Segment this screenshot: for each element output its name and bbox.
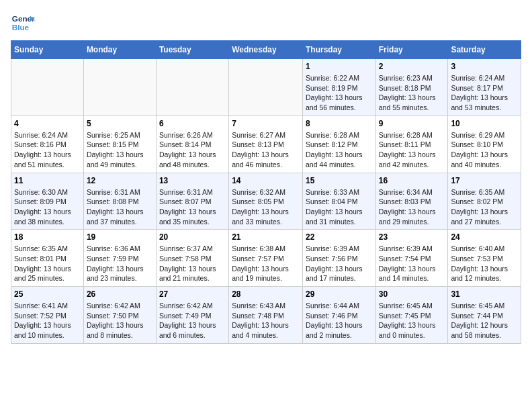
svg-text:Blue: Blue: [12, 23, 30, 32]
day-number: 6: [159, 119, 226, 128]
calendar-cell: 27Sunrise: 6:42 AM Sunset: 7:49 PM Dayli…: [156, 287, 228, 344]
day-number: 2: [379, 62, 445, 71]
day-info: Sunrise: 6:24 AM Sunset: 8:16 PM Dayligh…: [14, 130, 81, 170]
day-info: Sunrise: 6:26 AM Sunset: 8:14 PM Dayligh…: [159, 130, 226, 170]
day-number: 18: [14, 232, 81, 242]
weekday-header: Wednesday: [229, 41, 303, 59]
day-number: 9: [379, 119, 445, 128]
day-info: Sunrise: 6:23 AM Sunset: 8:18 PM Dayligh…: [379, 73, 445, 113]
day-number: 30: [379, 289, 445, 299]
calendar-cell: 28Sunrise: 6:43 AM Sunset: 7:48 PM Dayli…: [229, 287, 303, 344]
day-info: Sunrise: 6:30 AM Sunset: 8:09 PM Dayligh…: [14, 187, 81, 227]
calendar-cell: 7Sunrise: 6:27 AM Sunset: 8:13 PM Daylig…: [229, 116, 303, 173]
day-number: 13: [159, 176, 226, 185]
calendar-cell: 24Sunrise: 6:40 AM Sunset: 7:53 PM Dayli…: [448, 230, 521, 287]
day-number: 8: [306, 119, 373, 128]
calendar-week-row: 25Sunrise: 6:41 AM Sunset: 7:52 PM Dayli…: [11, 287, 521, 344]
calendar-cell: 31Sunrise: 6:45 AM Sunset: 7:44 PM Dayli…: [448, 287, 521, 344]
day-info: Sunrise: 6:35 AM Sunset: 8:01 PM Dayligh…: [14, 244, 81, 283]
day-info: Sunrise: 6:31 AM Sunset: 8:08 PM Dayligh…: [87, 187, 153, 227]
calendar-cell: [156, 59, 228, 116]
day-info: Sunrise: 6:38 AM Sunset: 7:57 PM Dayligh…: [232, 244, 300, 283]
day-info: Sunrise: 6:35 AM Sunset: 8:02 PM Dayligh…: [451, 187, 518, 227]
day-info: Sunrise: 6:42 AM Sunset: 7:50 PM Dayligh…: [87, 301, 153, 340]
day-info: Sunrise: 6:42 AM Sunset: 7:49 PM Dayligh…: [159, 301, 226, 340]
weekday-header: Monday: [83, 41, 156, 59]
calendar-cell: 30Sunrise: 6:45 AM Sunset: 7:45 PM Dayli…: [375, 287, 448, 344]
calendar-cell: 8Sunrise: 6:28 AM Sunset: 8:12 PM Daylig…: [302, 116, 375, 173]
calendar-cell: 19Sunrise: 6:36 AM Sunset: 7:59 PM Dayli…: [83, 230, 156, 287]
day-info: Sunrise: 6:27 AM Sunset: 8:13 PM Dayligh…: [232, 130, 300, 170]
day-number: 17: [451, 176, 518, 185]
weekday-header: Friday: [375, 41, 448, 59]
day-info: Sunrise: 6:39 AM Sunset: 7:56 PM Dayligh…: [306, 244, 373, 283]
calendar-cell: 6Sunrise: 6:26 AM Sunset: 8:14 PM Daylig…: [156, 116, 228, 173]
day-number: 20: [159, 232, 226, 242]
calendar-cell: 26Sunrise: 6:42 AM Sunset: 7:50 PM Dayli…: [83, 287, 156, 344]
calendar-cell: 16Sunrise: 6:34 AM Sunset: 8:03 PM Dayli…: [375, 173, 448, 230]
calendar-cell: 9Sunrise: 6:28 AM Sunset: 8:11 PM Daylig…: [375, 116, 448, 173]
day-number: 15: [306, 176, 373, 185]
day-number: 14: [232, 176, 300, 185]
day-number: 16: [379, 176, 445, 185]
day-number: 27: [159, 289, 226, 299]
calendar-week-row: 11Sunrise: 6:30 AM Sunset: 8:09 PM Dayli…: [11, 173, 521, 230]
calendar-table: SundayMondayTuesdayWednesdayThursdayFrid…: [11, 40, 521, 344]
calendar-cell: [11, 59, 84, 116]
calendar-cell: 4Sunrise: 6:24 AM Sunset: 8:16 PM Daylig…: [11, 116, 84, 173]
calendar-cell: 17Sunrise: 6:35 AM Sunset: 8:02 PM Dayli…: [448, 173, 521, 230]
day-number: 31: [451, 289, 518, 299]
day-info: Sunrise: 6:36 AM Sunset: 7:59 PM Dayligh…: [87, 244, 153, 283]
day-number: 23: [379, 232, 445, 242]
day-number: 22: [306, 232, 373, 242]
day-number: 11: [14, 176, 81, 185]
calendar-cell: 3Sunrise: 6:24 AM Sunset: 8:17 PM Daylig…: [448, 59, 521, 116]
day-info: Sunrise: 6:39 AM Sunset: 7:54 PM Dayligh…: [379, 244, 445, 283]
day-number: 24: [451, 232, 518, 242]
day-info: Sunrise: 6:32 AM Sunset: 8:05 PM Dayligh…: [232, 187, 300, 227]
day-info: Sunrise: 6:34 AM Sunset: 8:03 PM Dayligh…: [379, 187, 445, 227]
day-number: 10: [451, 119, 518, 128]
day-number: 5: [87, 119, 153, 128]
day-number: 19: [87, 232, 153, 242]
logo-icon: General Blue: [11, 11, 35, 35]
header: General Blue: [11, 11, 521, 35]
day-info: Sunrise: 6:45 AM Sunset: 7:44 PM Dayligh…: [451, 301, 518, 340]
calendar-cell: 12Sunrise: 6:31 AM Sunset: 8:08 PM Dayli…: [83, 173, 156, 230]
day-number: 1: [306, 62, 373, 71]
weekday-header: Sunday: [11, 41, 84, 59]
day-number: 29: [306, 289, 373, 299]
day-info: Sunrise: 6:33 AM Sunset: 8:04 PM Dayligh…: [306, 187, 373, 227]
calendar-cell: 2Sunrise: 6:23 AM Sunset: 8:18 PM Daylig…: [375, 59, 448, 116]
calendar-cell: 20Sunrise: 6:37 AM Sunset: 7:58 PM Dayli…: [156, 230, 228, 287]
calendar-cell: 23Sunrise: 6:39 AM Sunset: 7:54 PM Dayli…: [375, 230, 448, 287]
day-info: Sunrise: 6:22 AM Sunset: 8:19 PM Dayligh…: [306, 73, 373, 113]
calendar-cell: 21Sunrise: 6:38 AM Sunset: 7:57 PM Dayli…: [229, 230, 303, 287]
day-info: Sunrise: 6:28 AM Sunset: 8:11 PM Dayligh…: [379, 130, 445, 170]
day-number: 26: [87, 289, 153, 299]
calendar-cell: 29Sunrise: 6:44 AM Sunset: 7:46 PM Dayli…: [302, 287, 375, 344]
logo: General Blue: [11, 11, 35, 35]
calendar-cell: 22Sunrise: 6:39 AM Sunset: 7:56 PM Dayli…: [302, 230, 375, 287]
day-number: 28: [232, 289, 300, 299]
day-info: Sunrise: 6:31 AM Sunset: 8:07 PM Dayligh…: [159, 187, 226, 227]
calendar-cell: 1Sunrise: 6:22 AM Sunset: 8:19 PM Daylig…: [302, 59, 375, 116]
day-info: Sunrise: 6:41 AM Sunset: 7:52 PM Dayligh…: [14, 301, 81, 340]
day-info: Sunrise: 6:40 AM Sunset: 7:53 PM Dayligh…: [451, 244, 518, 283]
day-info: Sunrise: 6:43 AM Sunset: 7:48 PM Dayligh…: [232, 301, 300, 340]
day-info: Sunrise: 6:37 AM Sunset: 7:58 PM Dayligh…: [159, 244, 226, 283]
calendar-cell: 11Sunrise: 6:30 AM Sunset: 8:09 PM Dayli…: [11, 173, 84, 230]
calendar-header: SundayMondayTuesdayWednesdayThursdayFrid…: [11, 41, 521, 59]
calendar-cell: 15Sunrise: 6:33 AM Sunset: 8:04 PM Dayli…: [302, 173, 375, 230]
day-info: Sunrise: 6:29 AM Sunset: 8:10 PM Dayligh…: [451, 130, 518, 170]
day-info: Sunrise: 6:24 AM Sunset: 8:17 PM Dayligh…: [451, 73, 518, 113]
calendar-cell: [83, 59, 156, 116]
day-number: 4: [14, 119, 81, 128]
calendar-week-row: 4Sunrise: 6:24 AM Sunset: 8:16 PM Daylig…: [11, 116, 521, 173]
day-number: 7: [232, 119, 300, 128]
day-info: Sunrise: 6:44 AM Sunset: 7:46 PM Dayligh…: [306, 301, 373, 340]
calendar-cell: 10Sunrise: 6:29 AM Sunset: 8:10 PM Dayli…: [448, 116, 521, 173]
calendar-cell: [229, 59, 303, 116]
day-info: Sunrise: 6:45 AM Sunset: 7:45 PM Dayligh…: [379, 301, 445, 340]
calendar-cell: 5Sunrise: 6:25 AM Sunset: 8:15 PM Daylig…: [83, 116, 156, 173]
